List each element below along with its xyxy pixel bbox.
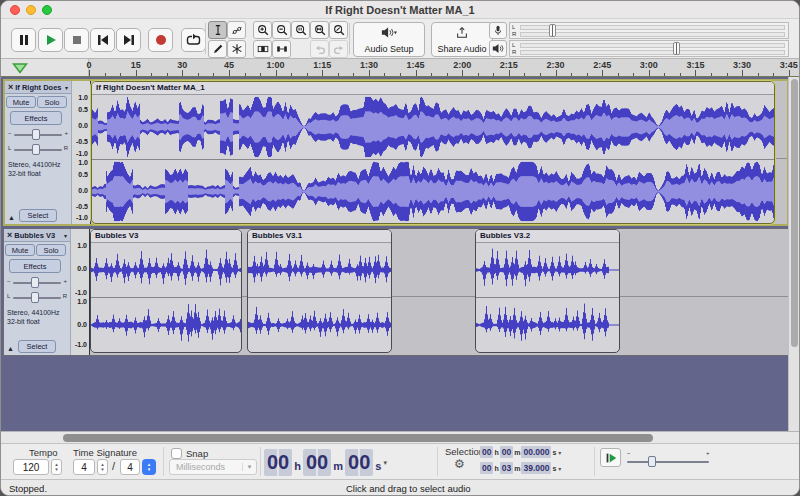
track-lane[interactable]: Bubbles V3 Bubbles V3.1 Bubbles V3.2 — [90, 229, 788, 355]
select-track-button[interactable]: Select — [18, 340, 56, 353]
vertical-scale-ruler[interactable]: 1.0 0.0 -1.0 1.0 0.0 -1.0 — [70, 229, 90, 355]
stop-button[interactable] — [64, 28, 89, 52]
track-header[interactable]: × If Right Does ▾ — [5, 81, 71, 94]
undo-button[interactable] — [310, 40, 329, 58]
tempo-stepper[interactable]: ▴ ▾ — [51, 459, 62, 475]
fit-selection-button[interactable] — [291, 21, 310, 39]
time-signature-stepper[interactable]: ▴ ▾ — [97, 459, 108, 475]
position-seconds[interactable]: 00 — [345, 449, 373, 476]
collapse-track-button[interactable]: ▲ — [8, 214, 15, 221]
mute-button[interactable]: Mute — [5, 244, 35, 256]
vertical-scale-ruler[interactable]: 1.0 0.5 0.0 -0.5 -1.0 1.0 0.5 0.0 -0.5 -… — [71, 81, 91, 224]
playhead-triangle-icon[interactable] — [12, 60, 28, 78]
waveform-canvas[interactable] — [91, 243, 241, 297]
draw-tool-button[interactable] — [208, 40, 227, 58]
record-meter-button[interactable] — [489, 22, 507, 39]
close-track-button[interactable]: × — [7, 230, 12, 240]
time-signature-upper-input[interactable]: 4 — [73, 459, 95, 475]
track-lane[interactable]: If Right Doesn't Matter MA_1 — [91, 81, 787, 224]
sel-start-seconds[interactable]: 00.000 — [521, 446, 551, 458]
snap-unit-dropdown[interactable]: Milliseconds ▾ — [169, 459, 257, 475]
waveform-canvas[interactable] — [92, 160, 774, 223]
zoom-out-button[interactable] — [272, 21, 291, 39]
position-minutes[interactable]: 00 — [303, 449, 331, 476]
zoom-in-button[interactable] — [253, 21, 272, 39]
sel-end-hours[interactable]: 00 — [480, 462, 493, 474]
track-menu-arrow-icon[interactable]: ▾ — [64, 232, 67, 239]
silence-audio-button[interactable] — [272, 40, 291, 58]
fit-project-button[interactable] — [310, 21, 329, 39]
gear-icon[interactable]: ⚙ — [454, 457, 465, 471]
waveform-canvas[interactable] — [248, 298, 391, 352]
stepper-down-icon[interactable]: ▾ — [101, 467, 104, 472]
skip-to-end-button[interactable] — [116, 28, 141, 52]
track-name[interactable]: If Right Does — [15, 83, 63, 92]
track-header[interactable]: × Bubbles V3 ▾ — [4, 229, 70, 242]
sel-end-minutes[interactable]: 03 — [500, 462, 513, 474]
envelope-tool-button[interactable] — [227, 21, 246, 39]
clip-title[interactable]: If Right Doesn't Matter MA_1 — [92, 82, 774, 95]
vertical-scrollbar[interactable] — [788, 77, 799, 431]
waveform-canvas[interactable] — [476, 243, 619, 297]
position-hours[interactable]: 00 — [264, 449, 292, 476]
audio-clip[interactable]: Bubbles V3.1 — [247, 229, 392, 353]
horizontal-scrollbar[interactable] — [1, 431, 799, 443]
pause-button[interactable] — [11, 28, 36, 52]
audio-clip[interactable]: Bubbles V3 — [90, 229, 242, 353]
playback-volume-slider[interactable] — [673, 42, 680, 55]
clip-title[interactable]: Bubbles V3.1 — [248, 230, 391, 243]
mute-button[interactable]: Mute — [6, 96, 36, 108]
selection-start-field[interactable]: 00 h 00 m 00.000 s ▾ — [480, 445, 590, 459]
clip-title[interactable]: Bubbles V3.2 — [476, 230, 619, 243]
waveform-canvas[interactable] — [248, 243, 391, 297]
recording-volume-slider[interactable] — [549, 24, 556, 37]
volume-slider[interactable] — [31, 277, 39, 288]
vertical-scrollbar-thumb[interactable] — [791, 79, 798, 347]
chevron-down-icon[interactable]: ▾ — [558, 449, 561, 456]
track-row-bubbles[interactable]: × Bubbles V3 ▾ Mute Solo Effects − + L R… — [3, 228, 789, 356]
time-signature-lower-input[interactable]: 4 — [120, 459, 140, 475]
waveform-canvas[interactable] — [91, 298, 241, 352]
effects-button[interactable]: Effects — [9, 259, 61, 273]
audio-clip[interactable]: If Right Doesn't Matter MA_1 — [91, 81, 775, 224]
sel-end-seconds[interactable]: 39.000 — [521, 462, 551, 474]
close-track-button[interactable]: × — [8, 82, 13, 92]
trim-audio-button[interactable] — [253, 40, 272, 58]
effects-button[interactable]: Effects — [10, 111, 62, 125]
playback-meter[interactable]: L R — [509, 40, 789, 57]
waveform-canvas[interactable] — [476, 298, 619, 352]
track-area[interactable]: × If Right Does ▾ Mute Solo Effects − + … — [1, 77, 799, 431]
tempo-input[interactable]: 120 — [13, 459, 49, 475]
selection-tool-button[interactable] — [208, 21, 227, 39]
play-speed-slider[interactable] — [648, 456, 656, 467]
collapse-track-button[interactable]: ▲ — [7, 345, 14, 352]
clip-title[interactable]: Bubbles V3 — [91, 230, 241, 243]
zoom-toggle-button[interactable] — [329, 21, 348, 39]
track-control-panel[interactable]: × If Right Does ▾ Mute Solo Effects − + … — [5, 81, 71, 224]
snap-checkbox[interactable] — [171, 448, 182, 459]
sel-start-hours[interactable]: 00 — [480, 446, 493, 458]
track-menu-arrow-icon[interactable]: ▾ — [65, 84, 68, 91]
time-signature-popup-button[interactable]: ▴ ▾ — [142, 459, 156, 475]
audio-setup-button[interactable]: Audio Setup — [353, 22, 425, 57]
time-format-dropdown-icon[interactable]: ▾ — [383, 459, 387, 476]
playback-meter-button[interactable] — [489, 40, 507, 57]
pan-slider[interactable] — [32, 144, 40, 155]
play-button[interactable] — [38, 28, 63, 52]
titlebar[interactable]: If Right Doesn't Matter MA_1 — [1, 1, 799, 19]
recording-meter[interactable]: L R — [509, 22, 789, 39]
play-at-speed-button[interactable] — [600, 448, 621, 467]
track-name[interactable]: Bubbles V3 — [14, 231, 62, 240]
record-button[interactable] — [148, 28, 173, 52]
redo-button[interactable] — [329, 40, 348, 58]
sel-start-minutes[interactable]: 00 — [500, 446, 513, 458]
stepper-down-icon[interactable]: ▾ — [55, 467, 58, 472]
pan-slider[interactable] — [31, 292, 39, 303]
solo-button[interactable]: Solo — [37, 96, 67, 108]
share-audio-button[interactable]: Share Audio — [431, 22, 493, 57]
track-row-if-right[interactable]: × If Right Does ▾ Mute Solo Effects − + … — [3, 79, 789, 226]
skip-to-start-button[interactable] — [90, 28, 115, 52]
audio-clip[interactable]: Bubbles V3.2 — [475, 229, 620, 353]
timeline-ruler[interactable]: 01530451:001:151:301:452:002:152:302:453… — [1, 59, 799, 77]
audio-position-display[interactable]: 00 h 00 m 00 s ▾ — [264, 447, 387, 476]
